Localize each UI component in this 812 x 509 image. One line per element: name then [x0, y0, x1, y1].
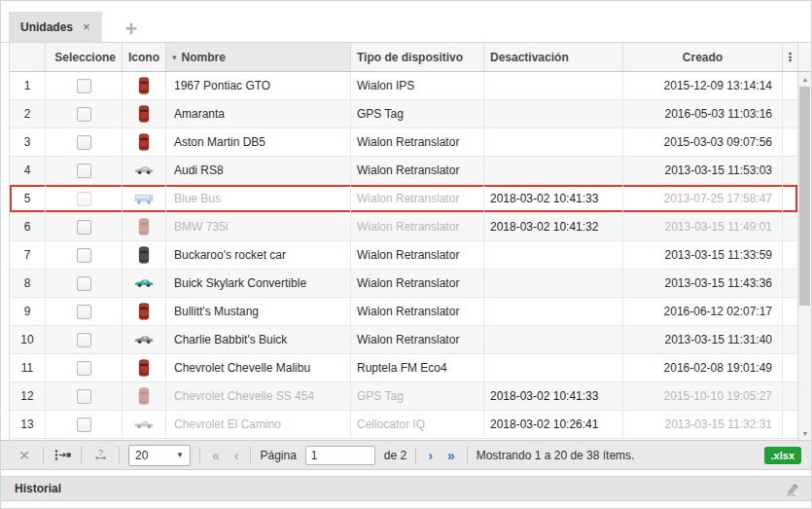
header-number[interactable] — [10, 43, 46, 71]
clear-history-button[interactable] — [782, 482, 799, 496]
tab-close-icon[interactable]: × — [83, 20, 90, 33]
table-row[interactable]: 3 Aston Martin DB5 Wialon Retranslator 2… — [10, 128, 797, 157]
app-window: Unidades × + Seleccione Icono ▾ Nombre T… — [0, 0, 812, 509]
deactivation-date — [484, 100, 623, 127]
scroll-down-icon[interactable]: ▼ — [798, 427, 812, 439]
row-checkbox[interactable] — [77, 418, 91, 432]
header-name[interactable]: ▾ Nombre — [166, 43, 351, 71]
select-marked-items-icon — [54, 449, 71, 461]
page-input[interactable] — [305, 446, 375, 465]
table-row[interactable]: 4 Audi RS8 Wialon Retranslator 2013-03-1… — [10, 157, 797, 185]
row-number: 2 — [10, 100, 46, 127]
row-checkbox[interactable] — [77, 276, 91, 291]
table-row[interactable]: 1 1967 Pontiac GTO Wialon IPS 2015-12-09… — [10, 72, 797, 100]
row-menu-cell — [783, 241, 797, 269]
unit-name: Aston Martin DB5 — [166, 128, 351, 156]
header-deactivation[interactable]: Desactivación — [484, 43, 623, 71]
table-row[interactable]: 7 Buckaroo's rocket car Wialon Retransla… — [10, 241, 797, 270]
auto-fit-columns-icon: ? — [93, 448, 108, 462]
vertical-scrollbar[interactable]: ▲ ▼ — [798, 43, 812, 440]
device-type: Ruptela FM Eco4 — [351, 354, 484, 382]
sort-descending-icon: ▾ — [172, 53, 177, 62]
table-row[interactable]: 2 Amaranta GPS Tag 2016-05-03 11:03:16 — [10, 100, 797, 128]
row-checkbox[interactable] — [77, 135, 91, 150]
select-marked-items-button[interactable] — [53, 445, 72, 466]
prev-page-button[interactable]: ‹ — [231, 448, 242, 463]
table-row[interactable]: 5 Blue Bus Wialon Retranslator 2018-03-0… — [10, 185, 797, 213]
last-page-button[interactable]: » — [444, 448, 458, 463]
history-panel-header[interactable]: Historial — [1, 476, 811, 501]
scrollbar-thumb[interactable] — [799, 87, 810, 306]
separator — [119, 447, 120, 464]
unit-name: 1967 Pontiac GTO — [166, 72, 351, 99]
unit-icon — [138, 387, 150, 405]
unit-icon — [138, 218, 150, 236]
page-size-dropdown[interactable]: 20 ▼ — [128, 445, 191, 466]
header-device-type[interactable]: Tipo de dispositivo — [351, 43, 484, 71]
row-menu-cell — [783, 411, 797, 438]
export-xlsx-button[interactable]: .xlsx — [764, 447, 801, 464]
table-body: 1 1967 Pontiac GTO Wialon IPS 2015-12-09… — [10, 72, 797, 439]
table-row[interactable]: 6 BMW 735i Wialon Retranslator 2018-03-0… — [10, 213, 797, 241]
header-select[interactable]: Seleccione — [46, 43, 123, 71]
created-date: 2013-07-25 17:58:47 — [623, 185, 783, 212]
unit-name: Buick Skylark Convertible — [166, 270, 351, 297]
unit-name: Blue Bus — [166, 185, 351, 212]
row-checkbox[interactable] — [77, 220, 91, 235]
auto-fit-columns-button[interactable]: ? — [90, 445, 110, 466]
page-of-label: de 2 — [384, 449, 406, 462]
table-row[interactable]: 12 Chevrolet Chevelle SS 454 GPS Tag 201… — [10, 382, 797, 411]
unit-name: Charlie Babbit's Buick — [166, 326, 351, 353]
row-checkbox[interactable] — [77, 333, 91, 347]
created-date: 2013-03-15 11:32:31 — [623, 411, 783, 438]
deactivation-date — [484, 241, 623, 269]
row-number: 5 — [10, 185, 46, 212]
unit-icon — [134, 278, 154, 288]
row-number: 11 — [10, 354, 46, 382]
unit-icon — [134, 165, 154, 175]
tab-unidades[interactable]: Unidades × — [9, 12, 102, 42]
table-row[interactable]: 8 Buick Skylark Convertible Wialon Retra… — [10, 270, 797, 298]
add-tab-button[interactable]: + — [120, 17, 144, 42]
device-type: Wialon Retranslator — [351, 241, 484, 269]
page-label: Página — [260, 449, 296, 462]
row-menu-cell — [783, 72, 797, 99]
unit-name: Amaranta — [166, 100, 351, 127]
row-menu-cell — [783, 128, 797, 156]
table-row[interactable]: 10 Charlie Babbit's Buick Wialon Retrans… — [10, 326, 797, 354]
first-page-button[interactable]: « — [209, 448, 223, 463]
device-type: Wialon Retranslator — [351, 326, 484, 353]
column-menu-icon[interactable]: ⋮ — [783, 43, 797, 71]
unit-icon — [134, 194, 154, 204]
row-number: 6 — [10, 213, 46, 240]
unit-icon — [138, 303, 150, 320]
row-checkbox[interactable] — [77, 389, 91, 404]
scrollbar-header-stub — [798, 43, 812, 72]
row-checkbox[interactable] — [77, 192, 91, 206]
header-created[interactable]: Creado — [623, 43, 783, 71]
clear-filters-button[interactable]: ✕ — [15, 445, 34, 466]
unit-icon — [138, 105, 150, 123]
row-checkbox[interactable] — [77, 361, 91, 376]
row-checkbox[interactable] — [77, 248, 91, 263]
row-checkbox[interactable] — [77, 164, 91, 178]
created-date: 2013-03-15 11:33:59 — [623, 241, 783, 269]
created-date: 2016-05-03 11:03:16 — [623, 100, 783, 127]
row-number: 4 — [10, 157, 46, 184]
next-page-button[interactable]: › — [425, 448, 436, 463]
device-type: Wialon Retranslator — [351, 270, 484, 297]
row-checkbox[interactable] — [77, 305, 91, 319]
table-row[interactable]: 9 Bullitt's Mustang Wialon Retranslator … — [10, 298, 797, 326]
row-checkbox[interactable] — [77, 107, 91, 122]
deactivation-date — [484, 128, 623, 156]
created-date: 2016-06-12 02:07:17 — [623, 298, 783, 325]
table-row[interactable]: 11 Chevrolet Chevelle Malibu Ruptela FM … — [10, 354, 797, 382]
unit-icon — [138, 246, 150, 264]
header-icon[interactable]: Icono — [123, 43, 166, 71]
deactivation-date — [484, 354, 623, 382]
table-row[interactable]: 13 Chevrolet El Camino Cellocator IQ 201… — [10, 411, 797, 439]
row-checkbox[interactable] — [77, 79, 91, 93]
scroll-up-icon[interactable]: ▲ — [798, 73, 812, 85]
scrollbar-track[interactable]: ▲ ▼ — [798, 72, 812, 440]
row-menu-cell — [783, 185, 797, 212]
